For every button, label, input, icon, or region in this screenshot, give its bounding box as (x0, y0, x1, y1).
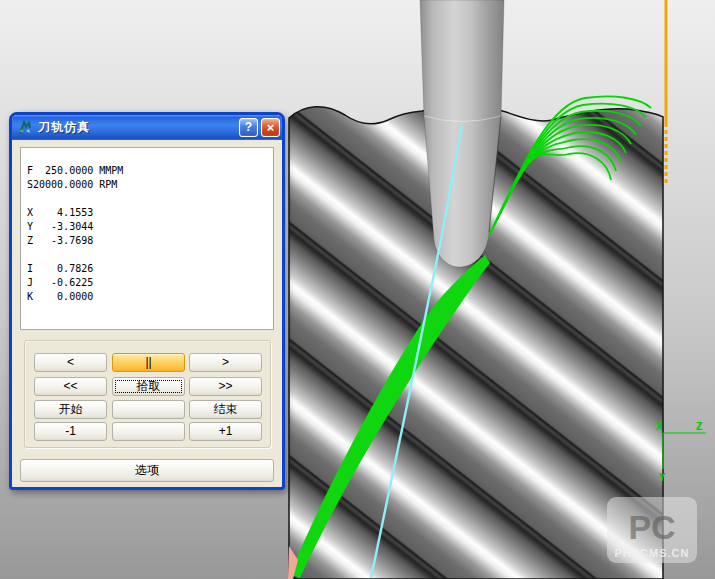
axis-y-label: Y (659, 471, 666, 484)
readout-j: J -0.6225 (27, 276, 269, 290)
readout-blank (27, 248, 269, 262)
toolpath-simulation-dialog: 刀轨仿真 ? × F 250.0000 MMPM S20000.0000 RPM… (9, 112, 285, 490)
watermark: PC PHPCMS.CN (607, 497, 697, 563)
options-button[interactable]: 选项 (20, 459, 274, 482)
pick-button[interactable]: 拾取 (112, 377, 185, 396)
end-button[interactable]: 结束 (189, 400, 262, 419)
fast-forward-button[interactable]: >> (189, 377, 262, 396)
pause-button[interactable]: || (112, 353, 185, 372)
readout-x: X 4.1553 (27, 206, 269, 220)
rewind-button[interactable]: << (34, 377, 107, 396)
dialog-titlebar[interactable]: 刀轨仿真 ? × (12, 115, 282, 140)
axis-x-label: X (656, 420, 663, 433)
dialog-title: 刀轨仿真 (38, 119, 90, 136)
plus-one-button[interactable]: +1 (189, 422, 262, 441)
watermark-logo: PC (628, 508, 675, 546)
watermark-text: PHPCMS.CN (614, 547, 689, 559)
playback-controls-group: < || > << 拾取 >> 开始 结束 -1 +1 (24, 340, 271, 448)
step-back-button[interactable]: < (34, 353, 107, 372)
axis-z-label: Z (696, 420, 703, 433)
feed-position-readout: F 250.0000 MMPM S20000.0000 RPM X 4.1553… (20, 147, 274, 330)
blank-button-1[interactable] (112, 400, 185, 419)
readout-blank (27, 192, 269, 206)
readout-spindle: S20000.0000 RPM (27, 178, 269, 192)
help-button[interactable]: ? (239, 118, 258, 137)
start-button[interactable]: 开始 (34, 400, 107, 419)
readout-k: K 0.0000 (27, 290, 269, 304)
toolpath-simulation-icon (17, 120, 33, 136)
readout-i: I 0.7826 (27, 262, 269, 276)
close-button[interactable]: × (261, 118, 280, 137)
readout-feedrate: F 250.0000 MMPM (27, 164, 269, 178)
step-forward-button[interactable]: > (189, 353, 262, 372)
blank-button-2[interactable] (112, 422, 185, 441)
readout-z: Z -3.7698 (27, 234, 269, 248)
minus-one-button[interactable]: -1 (34, 422, 107, 441)
readout-y: Y -3.3044 (27, 220, 269, 234)
